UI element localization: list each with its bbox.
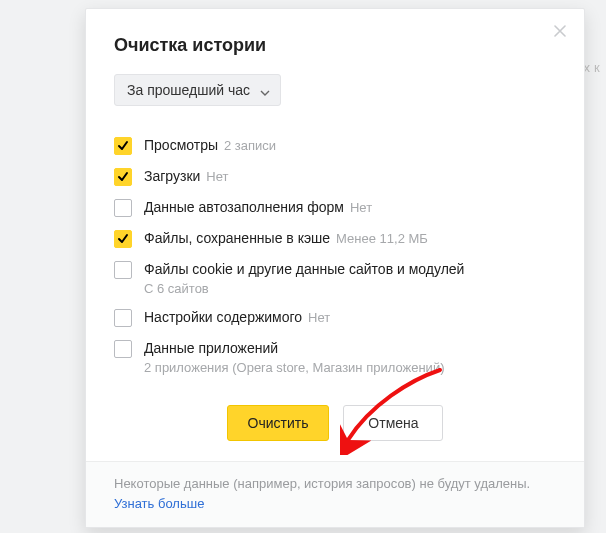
option-label: Файлы, сохраненные в кэше — [144, 230, 330, 246]
checkbox[interactable] — [114, 230, 132, 248]
option-row[interactable]: ЗагрузкиНет — [114, 161, 556, 192]
checkbox[interactable] — [114, 261, 132, 279]
time-range-select[interactable]: За прошедший час — [114, 74, 281, 106]
option-text: Данные автозаполнения формНет — [144, 198, 372, 216]
close-icon[interactable] — [554, 25, 566, 37]
option-row[interactable]: Файлы, сохраненные в кэшеМенее 11,2 МБ — [114, 223, 556, 254]
option-text: Данные приложений2 приложения (Opera sto… — [144, 339, 444, 375]
option-label-line: Просмотры2 записи — [144, 136, 276, 154]
option-hint: Нет — [308, 310, 330, 325]
footer-note: Некоторые данные (например, история запр… — [114, 476, 530, 491]
time-range-label: За прошедший час — [127, 82, 250, 98]
clear-history-dialog: Очистка истории За прошедший час Просмот… — [85, 8, 585, 528]
option-label-line: Файлы, сохраненные в кэшеМенее 11,2 МБ — [144, 229, 428, 247]
option-label-line: Данные приложений — [144, 339, 444, 357]
option-text: Просмотры2 записи — [144, 136, 276, 154]
option-label: Настройки содержимого — [144, 309, 302, 325]
option-hint: Менее 11,2 МБ — [336, 231, 428, 246]
option-label: Данные приложений — [144, 340, 278, 356]
option-subtext: С 6 сайтов — [144, 281, 464, 296]
option-hint: Нет — [350, 200, 372, 215]
option-label-line: Настройки содержимогоНет — [144, 308, 330, 326]
option-label-line: ЗагрузкиНет — [144, 167, 228, 185]
option-label-line: Данные автозаполнения формНет — [144, 198, 372, 216]
dialog-title: Очистка истории — [114, 35, 556, 56]
option-row[interactable]: Файлы cookie и другие данные сайтов и мо… — [114, 254, 556, 302]
option-label: Просмотры — [144, 137, 218, 153]
option-label: Файлы cookie и другие данные сайтов и мо… — [144, 261, 464, 277]
learn-more-link[interactable]: Узнать больше — [114, 496, 204, 511]
clear-button[interactable]: Очистить — [227, 405, 330, 441]
option-row[interactable]: Настройки содержимогоНет — [114, 302, 556, 333]
option-hint: Нет — [206, 169, 228, 184]
option-label: Данные автозаполнения форм — [144, 199, 344, 215]
option-hint: 2 записи — [224, 138, 276, 153]
checkbox[interactable] — [114, 340, 132, 358]
chevron-down-icon — [260, 85, 270, 95]
option-label: Загрузки — [144, 168, 200, 184]
option-row[interactable]: Данные приложений2 приложения (Opera sto… — [114, 333, 556, 381]
checkbox[interactable] — [114, 137, 132, 155]
checkbox[interactable] — [114, 309, 132, 327]
option-subtext: 2 приложения (Opera store, Магазин прило… — [144, 360, 444, 375]
checkbox[interactable] — [114, 168, 132, 186]
option-text: Файлы cookie и другие данные сайтов и мо… — [144, 260, 464, 296]
option-text: ЗагрузкиНет — [144, 167, 228, 185]
dialog-footer: Некоторые данные (например, история запр… — [86, 461, 584, 527]
checkbox[interactable] — [114, 199, 132, 217]
option-row[interactable]: Данные автозаполнения формНет — [114, 192, 556, 223]
options-list: Просмотры2 записиЗагрузкиНетДанные автоз… — [114, 130, 556, 381]
option-row[interactable]: Просмотры2 записи — [114, 130, 556, 161]
option-text: Настройки содержимогоНет — [144, 308, 330, 326]
option-text: Файлы, сохраненные в кэшеМенее 11,2 МБ — [144, 229, 428, 247]
dialog-actions: Очистить Отмена — [114, 381, 556, 461]
option-label-line: Файлы cookie и другие данные сайтов и мо… — [144, 260, 464, 278]
cancel-button[interactable]: Отмена — [343, 405, 443, 441]
